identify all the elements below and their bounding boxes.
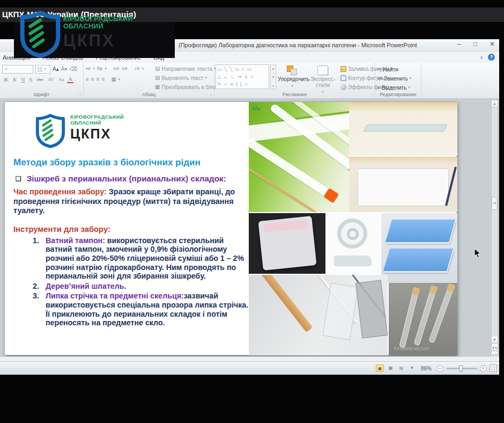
underline-icon[interactable]: Ч [20, 76, 26, 83]
ribbon-collapse-icon[interactable]: ∧ [479, 55, 483, 60]
shadow-icon[interactable]: S [28, 76, 33, 83]
photo-ziplock-bag [349, 157, 457, 212]
overlay-logo-line1: КІРОВОГРАДСЬКИЙ [63, 15, 133, 23]
dialog-launcher-icon[interactable]: ⌐ [210, 92, 212, 97]
minimize-button[interactable]: – [457, 40, 461, 48]
overlay-logo-line2: ОБЛАСНИЙ [63, 23, 133, 30]
align-center-icon[interactable]: ≡ [91, 76, 94, 83]
logo-line3: ЦКПХ [70, 126, 124, 142]
ribbon-group-drawing: ▭ ╲ ╲ ▭ ○ ▭ △ ∟ ∟ ⇒ ⇓ ○ ✎ ∼ ∧ { } ☆ ▲ ▼ … [214, 63, 375, 98]
shield-logo-icon [18, 11, 62, 58]
grow-font-icon[interactable]: А▴ [53, 66, 59, 72]
shape-effects-icon [340, 84, 346, 90]
shield-logo-icon [35, 114, 66, 148]
select-icon: ▸ [377, 84, 380, 91]
ribbon-group-paragraph: •≡▾ №▾ «≡ »≡ ↕≡▾ ≡ ≡ ≡ ≡ ▦▾ ▤Направление… [84, 63, 214, 98]
slide-canvas: КІРОВОГРАДСЬКИЙ ОБЛАСНИЙ ЦКПХ Методи збо… [0, 99, 499, 361]
strike-icon[interactable]: abc [35, 77, 45, 82]
font-name-combo[interactable]: ▾ [2, 65, 33, 74]
bullets-icon[interactable]: •≡ [86, 65, 91, 72]
font-size-combo[interactable]: 11 ▾ [35, 65, 50, 74]
replace-icon: ab [377, 75, 382, 82]
replace-button[interactable]: abЗаменить▾ [377, 75, 411, 82]
photo-blue-slide-packs [381, 213, 457, 283]
fit-to-window-button[interactable]: ⛶ [490, 364, 497, 372]
view-normal-button[interactable]: ▣ [376, 364, 384, 372]
overlay-logo-line3: ЦКПХ [63, 31, 133, 50]
ribbon-group-editing: ∞Найти abЗаменить▾ ▸Выделить▾ Редактиров… [375, 63, 421, 98]
quick-styles-button[interactable]: Экспресс-стили▾ [307, 64, 339, 96]
shrink-font-icon[interactable]: А▾ [61, 66, 68, 72]
quick-styles-icon [317, 65, 328, 75]
shapes-gallery[interactable]: ▭ ╲ ╲ ▭ ○ ▭ △ ∟ ∟ ⇒ ⇓ ○ ✎ ∼ ∧ { } ☆ [216, 64, 269, 89]
scroll-up-button[interactable]: ▲ [492, 100, 498, 107]
scroll-thumb[interactable] [492, 197, 498, 210]
slide-title: Методи збору зразків з біологічних рідин [13, 157, 251, 168]
zoom-slider[interactable] [446, 368, 477, 369]
screen: ЦКПХ МОЗ України (Презентація) (Профогля… [0, 0, 504, 423]
horizontal-scroll-strip[interactable] [0, 356, 499, 361]
slide-text-block: Методи збору зразків з біологічних рідин… [13, 157, 251, 329]
indent-decrease-icon[interactable]: «≡ [113, 65, 119, 72]
slide-bullet-line: ❑ Зішкреб з перианальних (прианальних) с… [13, 174, 251, 184]
help-icon[interactable]: ? [488, 54, 495, 61]
slide-logo: КІРОВОГРАДСЬКИЙ ОБЛАСНИЙ ЦКПХ [35, 114, 124, 148]
previous-slide-button[interactable]: ▲▲ [492, 344, 498, 351]
group-label-font: Шрифт [0, 92, 83, 97]
time-paragraph: Час проведення забору: Зразок краще збир… [13, 187, 251, 216]
italic-icon[interactable]: К [12, 76, 18, 83]
window-controls: – □ ✕ [457, 40, 495, 48]
change-case-icon[interactable]: Аа [57, 77, 65, 82]
dialog-launcher-icon[interactable]: ⌐ [79, 92, 81, 97]
scroll-down-icon: ▼ [271, 74, 276, 82]
slide: КІРОВОГРАДСЬКИЙ ОБЛАСНИЙ ЦКПХ Методи збо… [4, 101, 457, 355]
justify-icon[interactable]: ≡ [102, 76, 105, 83]
arrange-button[interactable]: Упорядочить▾ [278, 64, 307, 96]
text-direction-button[interactable]: ▤Направление текста▾ [155, 65, 216, 72]
columns-icon[interactable]: ▦ [111, 76, 116, 83]
view-slideshow-button[interactable]: ▼ [408, 364, 416, 372]
group-label-editing: Редактирование [375, 92, 421, 97]
close-button[interactable]: ✕ [490, 40, 495, 48]
clear-format-icon[interactable]: ⌫ [69, 66, 77, 72]
numbering-icon[interactable]: № [97, 65, 103, 72]
photo-brand-logo: Ma [252, 105, 260, 112]
zoom-in-button[interactable]: + [480, 365, 487, 372]
mouse-cursor [474, 248, 482, 259]
list-item: 1. Ватний тампон: використовується стери… [13, 236, 251, 281]
font-color-icon[interactable]: А [67, 76, 73, 83]
bold-icon[interactable]: Ж [2, 76, 10, 83]
zoom-out-button[interactable]: – [436, 365, 443, 372]
shapes-gallery-scroll[interactable]: ▲ ▼ ▾ [270, 64, 276, 89]
photo-spatula-and-swabs [249, 275, 388, 355]
indent-increase-icon[interactable]: »≡ [122, 65, 128, 72]
vertical-scrollbar[interactable]: ▲ ▼ ▲▲ ▼▼ [491, 100, 498, 360]
arrange-icon [287, 65, 298, 75]
view-sorter-button[interactable]: ▦ [387, 364, 395, 372]
dialog-launcher-icon[interactable]: ⌐ [370, 92, 373, 97]
ribbon-empty-area [421, 63, 499, 98]
maximize-button[interactable]: □ [473, 40, 477, 48]
photo-swab-kits: Ma [249, 102, 349, 212]
ribbon-group-font: ▾ 11 ▾ А▴ А▾ ⌫ Ж К Ч S abc AV Аа А Шрифт [0, 63, 84, 98]
scroll-up-icon: ▲ [271, 65, 276, 74]
scroll-down-button[interactable]: ▼ [492, 337, 498, 344]
find-icon: ∞ [377, 66, 381, 72]
ppt-status-bar: ▣ ▦ ▤ ▼ 86% – + ⛶ [0, 361, 499, 375]
align-text-button[interactable]: ▤Выровнять текст▾ [155, 75, 207, 81]
zoom-level: 86% [421, 366, 432, 371]
ribbon: ▾ 11 ▾ А▴ А▾ ⌫ Ж К Ч S abc AV Аа А Шрифт [0, 63, 499, 99]
align-right-icon[interactable]: ≡ [97, 76, 100, 83]
kerning-icon[interactable]: AV [47, 77, 55, 82]
bullet-text: Зішкреб з перианальних (прианальних) скл… [27, 174, 226, 184]
powerpoint-window: (Профогляди) Лабораторна діагностика на … [0, 39, 499, 375]
zoom-slider-thumb[interactable] [459, 365, 463, 372]
align-left-icon[interactable]: ≡ [86, 76, 89, 83]
select-button[interactable]: ▸Выделить▾ [377, 84, 410, 91]
find-button[interactable]: ∞Найти [377, 66, 398, 72]
view-reading-button[interactable]: ▤ [397, 364, 405, 372]
time-label: Час проведення забору: [13, 187, 107, 196]
ppt-window-title: (Профогляди) Лабораторна діагностика на … [179, 42, 417, 48]
bullet-square-icon: ❑ [16, 174, 21, 184]
line-spacing-icon[interactable]: ↕≡ [134, 65, 140, 72]
